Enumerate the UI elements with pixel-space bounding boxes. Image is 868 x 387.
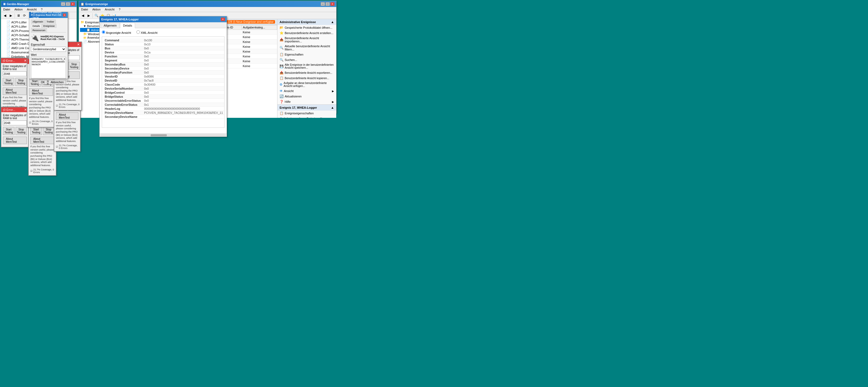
props-close-btn[interactable]: ✕ [63, 13, 66, 17]
props-wert-value: 8086&DEV_7AC8&SUBSYS_86941043&REV_11\3&1… [31, 57, 66, 78]
detail-row: PrimaryDeviceNamePCI\VEN_8086&DEV_7AC8&S… [104, 111, 224, 115]
ereignis-menu-datei[interactable]: Datei [80, 7, 89, 11]
props-cancel-button[interactable]: Abbrechen [48, 80, 66, 85]
memtest-input-4[interactable] [3, 121, 27, 125]
memtest-stop-5[interactable]: Stop Testing [43, 127, 55, 135]
memtest-start-4[interactable]: Start Testing [3, 127, 14, 135]
forward-button[interactable]: ▶ [8, 13, 13, 18]
props-ok-button[interactable]: OK [38, 80, 47, 85]
memtest-about-btn-4[interactable]: About MemTest [3, 137, 27, 144]
detail-data-area: Command0x100Status0x10Bus0x0Device0x1aFu… [102, 36, 224, 128]
memtest-title-1[interactable]: (0 Error... ✕ [1, 58, 28, 63]
aktionen-copy-view[interactable]: 📋Benutzerdefinierte Ansicht kopieren... [277, 75, 336, 81]
device-manager-icon: 🖥 [3, 2, 6, 6]
aktionen-hilfe1[interactable]: ❓Hilfe ▶ [277, 99, 336, 104]
aktionen-save-all[interactable]: 💾Alle Ereignisse in der benutzerdefinier… [277, 63, 336, 70]
ereignis-menu-aktion[interactable]: Aktion [91, 7, 102, 11]
props-title-text: Eigenschaften von Intel(R) PCI Express R… [31, 11, 63, 19]
memtest-about-btn-1[interactable]: About MemTest [3, 88, 27, 95]
detail-row: Device0x1a [104, 51, 224, 55]
aktionen-title1: Administrative Ereignisse ▲ [277, 19, 336, 25]
ereignis-titlebar[interactable]: 📋 Ereignisanzeige ─ □ ✕ [79, 1, 336, 7]
ereignis-maximize[interactable]: □ [326, 2, 330, 6]
memtest-about-area-3p: About MemTest [56, 112, 79, 120]
maximize-button[interactable]: □ [66, 2, 70, 6]
aktionen-add-task[interactable]: ⚙Aufgabe an diese benutzerdefinierte Ans… [277, 81, 336, 88]
detail-tab-allgemein[interactable]: Allgemein [101, 23, 120, 28]
memtest-close-4[interactable]: ✕ [24, 108, 27, 111]
memtest-close-1[interactable]: ✕ [24, 59, 27, 63]
menu-ansicht[interactable]: Ansicht [26, 7, 38, 11]
detail-close[interactable]: ✕ [221, 18, 225, 21]
memtest-body-4: Enter megabytes of RAM to test Start Tes… [1, 112, 28, 147]
ereignis-menu-ansicht[interactable]: Ansicht [104, 7, 116, 11]
ereignis-forward[interactable]: ▶ [86, 13, 91, 18]
menu-help[interactable]: ? [40, 7, 43, 11]
aktionen-ansicht[interactable]: 👁Ansicht ▶ [277, 88, 336, 94]
memtest-close-6[interactable]: ✕ [77, 43, 80, 46]
device-manager-titlebar[interactable]: 🖥 Geräte-Manager ─ □ ✕ [1, 1, 76, 7]
props-titlebar[interactable]: Eigenschaften von Intel(R) PCI Express R… [29, 12, 68, 18]
cell-kateg: Keine [242, 35, 277, 39]
props-tab-details[interactable]: Details [31, 24, 42, 28]
detail-scrollbar-h[interactable] [100, 133, 227, 137]
computer-button[interactable]: 🖥 [16, 13, 21, 18]
ereignis-back[interactable]: ◀ [80, 13, 85, 18]
memtest-start-1[interactable]: Start Testing [3, 78, 14, 86]
aktionen-create-view[interactable]: ⭐Benutzerdefinierte Ansicht erstellen... [277, 30, 336, 36]
aktionen-filter-view[interactable]: 🔍Aktuelle benutzerdefinierte Ansicht fil… [277, 44, 336, 52]
detail-radio-xml[interactable]: XML-Ansicht [136, 30, 157, 34]
detail-radio-angezeigt[interactable]: Angezeigte Ansicht [102, 30, 131, 34]
device-manager-title: Geräte-Manager [7, 2, 29, 6]
aktionen-import-view[interactable]: 📥Benutzerdefinierte Ansicht importieren.… [277, 36, 336, 44]
memtest-input-1[interactable] [3, 71, 27, 76]
back-button[interactable]: ◀ [2, 13, 7, 18]
memtest-start-5[interactable]: Start Testing [30, 127, 42, 135]
aktionen-eigenschaften[interactable]: 📋Eigenschaften [277, 52, 336, 57]
detail-titlebar[interactable]: Ereignis 17, WHEA-Logger ✕ [100, 17, 227, 22]
titlebar-buttons: ─ □ ✕ [61, 2, 75, 6]
refresh-button[interactable]: ⟳ [22, 13, 27, 18]
menu-aktion[interactable]: Aktion [13, 7, 24, 11]
props-tab-treiber[interactable]: Treiber [45, 20, 56, 24]
ereignis-minimize[interactable]: ─ [321, 2, 325, 6]
col-kateg[interactable]: Aufgabenkateg... [242, 25, 277, 30]
ereignis-close[interactable]: ✕ [330, 2, 335, 6]
memtest-title-4[interactable]: (0 Error... ✕ [1, 107, 28, 112]
aktionen-suchen[interactable]: 🔍Suchen... [277, 57, 336, 63]
menu-datei[interactable]: Datei [2, 7, 11, 11]
ereignis-tool1[interactable]: 🔍 [94, 13, 99, 18]
close-button[interactable]: ✕ [71, 2, 75, 6]
memtest-about-btn-5[interactable]: About MemTest [30, 137, 54, 144]
memtest-stop-4[interactable]: Stop Testing [16, 127, 27, 135]
memtest-buttons-4: Start Testing Stop Testing [3, 127, 27, 135]
props-tab-allgemein[interactable]: Allgemein [31, 20, 45, 24]
detail-data-table: Command0x100Status0x10Bus0x0Device0x1aFu… [104, 38, 224, 119]
aktionen-protokoll[interactable]: 📂Gespeicherte Protokolldatei öffnen... [277, 25, 336, 30]
memtest-about-area-4: About MemTest [3, 137, 27, 144]
memtest-about-btn-3p[interactable]: About MemTest [56, 112, 79, 120]
props-body: Allgemein Treiber Details Ereignisse Res… [29, 18, 68, 78]
memtest-progress-3p: ☑ 21.7% Coverage, 0 Errors [56, 144, 79, 150]
cell-kateg: Keine [242, 44, 277, 49]
aktionen-event-task[interactable]: ⚙Aufgabe an dieses Ereignis anfügen... [277, 116, 336, 118]
minimize-button[interactable]: ─ [61, 2, 65, 6]
props-eigenschaft-select[interactable]: Geräteinsstanzpfad [31, 47, 66, 52]
props-tab-ereignisse[interactable]: Ereignisse [42, 24, 56, 28]
detail-row: BridgeControl0x0 [104, 91, 224, 95]
detail-row: VendorID0x8086 [104, 75, 224, 78]
detail-tab-details[interactable]: Details [120, 23, 135, 28]
detail-row: BridgeStatus0x0 [104, 95, 224, 99]
ereignis-menu-help[interactable]: ? [118, 7, 121, 11]
aktionen-event-props[interactable]: 📋Ereigniseigenschaften [277, 110, 336, 116]
detail-row: SecondaryBus0x0 [104, 63, 224, 67]
props-tab-ressourcen[interactable]: Ressourcen [31, 28, 47, 32]
detail-row: DeviceSerialNumber0x0 [104, 87, 224, 91]
memtest-title-text-4: (0 Error... [3, 108, 15, 111]
memtest-stop-6[interactable]: Stop Testing [68, 62, 80, 70]
aktionen-export-view[interactable]: 📤Benutzerdefinierte Ansicht exportieren.… [277, 70, 336, 75]
detail-content: Angezeigte Ansicht XML-Ansicht Command0x… [100, 28, 227, 133]
aktionen-aktualisieren1[interactable]: 🔄Aktualisieren [277, 94, 336, 99]
memtest-stop-1[interactable]: Stop Testing [15, 78, 27, 86]
memtest-about-btn-2[interactable]: About MemTest [29, 88, 53, 96]
